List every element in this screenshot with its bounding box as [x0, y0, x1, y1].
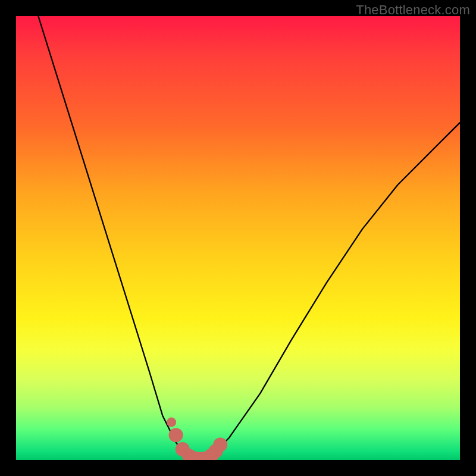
highlight-dots [167, 418, 227, 460]
svg-point-9 [213, 438, 227, 452]
svg-point-10 [167, 418, 176, 427]
chart-svg [16, 16, 460, 460]
bottleneck-curve [38, 16, 460, 460]
chart-plot-area [16, 16, 460, 460]
watermark-text: TheBottleneck.com [356, 2, 470, 18]
svg-point-0 [169, 428, 183, 442]
